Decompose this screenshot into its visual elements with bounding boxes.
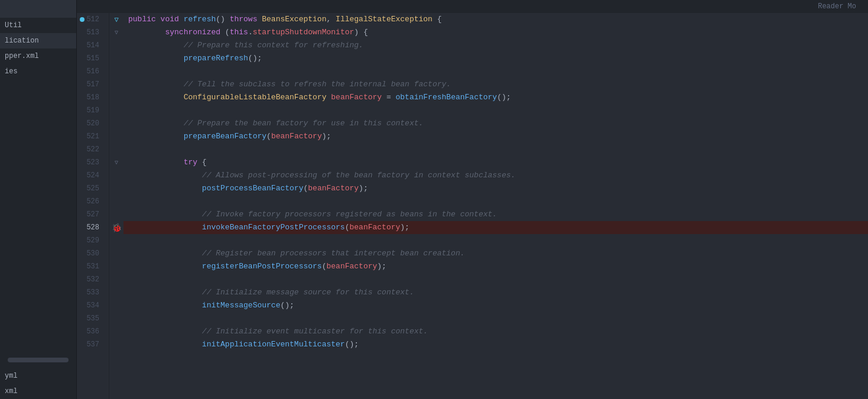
line-number-531: 531 <box>77 260 104 273</box>
gutter-row-536 <box>109 325 123 338</box>
line-number-532: 532 <box>77 273 104 286</box>
gutter-row-525 <box>109 182 123 195</box>
code-line-523: try { <box>123 156 868 169</box>
code-line-532 <box>123 273 868 286</box>
gutter-row-535 <box>109 312 123 325</box>
code-line-535 <box>123 312 868 325</box>
sidebar-item-yml[interactable]: yml <box>0 368 76 384</box>
code-line-515: prepareRefresh(); <box>123 52 868 65</box>
code-line-525: postProcessBeanFactory(beanFactory); <box>123 182 868 195</box>
gutter-row-534 <box>109 299 123 312</box>
line-number-520: 520 <box>77 117 104 130</box>
line-number-535: 535 <box>77 312 104 325</box>
line-number-533: 533 <box>77 286 104 299</box>
line-number-512: 512 <box>77 13 104 26</box>
line-number-528: 528 <box>77 221 104 234</box>
code-line-516 <box>123 65 868 78</box>
code-line-520: // Prepare the bean factory for use in t… <box>123 117 868 130</box>
gutter-row-522 <box>109 143 123 156</box>
line-number-513: 513 <box>77 26 104 39</box>
gutter-row-523: ▽ <box>109 156 123 169</box>
code-line-518: ConfigurableListableBeanFactory beanFact… <box>123 91 868 104</box>
code-line-522 <box>123 143 868 156</box>
debug-dot-512 <box>80 17 84 22</box>
gutter-row-514 <box>109 39 123 52</box>
line-number-534: 534 <box>77 299 104 312</box>
debug-arrow-icon: ▽ <box>114 15 118 24</box>
code-line-521: prepareBeanFactory(beanFactory); <box>123 130 868 143</box>
code-line-529 <box>123 234 868 247</box>
gutter-row-515 <box>109 52 123 65</box>
gutter-row-537 <box>109 338 123 351</box>
code-line-537: initApplicationEventMulticaster(); <box>123 338 868 351</box>
gutter-row-532 <box>109 273 123 286</box>
code-container: 5125135145155165175185195205215225235245… <box>77 13 868 399</box>
code-line-533: // Initialize message source for this co… <box>123 286 868 299</box>
code-line-528: invokeBeanFactoryPostProcessors(beanFact… <box>123 221 868 234</box>
gutter-row-528: 🐞 <box>109 221 123 234</box>
gutter-row-517 <box>109 78 123 91</box>
line-number-527: 527 <box>77 208 104 221</box>
gutter-row-529 <box>109 234 123 247</box>
code-line-527: // Invoke factory processors registered … <box>123 208 868 221</box>
line-number-515: 515 <box>77 52 104 65</box>
gutter-row-530 <box>109 247 123 260</box>
line-number-518: 518 <box>77 91 104 104</box>
line-number-521: 521 <box>77 130 104 143</box>
code-line-534: initMessageSource(); <box>123 299 868 312</box>
code-line-517: // Tell the subclass to refresh the inte… <box>123 78 868 91</box>
gutter-row-519 <box>109 104 123 117</box>
sidebar-item-wrapper-xml[interactable]: pper.xml <box>0 48 76 64</box>
gutter-row-527 <box>109 208 123 221</box>
line-number-536: 536 <box>77 325 104 338</box>
line-number-514: 514 <box>77 39 104 52</box>
line-number-537: 537 <box>77 338 104 351</box>
code-line-524: // Allows post-processing of the bean fa… <box>123 169 868 182</box>
gutter-row-513: ▽ <box>109 26 123 39</box>
code-lines[interactable]: public void refresh() throws BeansExcept… <box>123 13 868 399</box>
line-number-516: 516 <box>77 65 104 78</box>
sidebar-scrollbar[interactable] <box>8 358 69 362</box>
code-line-531: registerBeanPostProcessors(beanFactory); <box>123 260 868 273</box>
line-number-524: 524 <box>77 169 104 182</box>
gutter: ▽▽▽🐞 <box>109 13 123 399</box>
line-number-522: 522 <box>77 143 104 156</box>
line-number-529: 529 <box>77 234 104 247</box>
line-number-517: 517 <box>77 78 104 91</box>
fold-arrow-icon[interactable]: ▽ <box>115 29 118 36</box>
breakpoint-icon[interactable]: 🐞 <box>112 223 122 233</box>
code-line-526 <box>123 195 868 208</box>
line-number-523: 523 <box>77 156 104 169</box>
gutter-row-524 <box>109 169 123 182</box>
code-line-514: // Prepare this context for refreshing. <box>123 39 868 52</box>
line-number-519: 519 <box>77 104 104 117</box>
code-line-512: public void refresh() throws BeansExcept… <box>123 13 868 26</box>
gutter-row-518 <box>109 91 123 104</box>
sidebar-item-application[interactable]: lication <box>0 33 76 48</box>
gutter-row-531 <box>109 260 123 273</box>
code-line-530: // Register bean processors that interce… <box>123 247 868 260</box>
top-bar: Reader Mo <box>77 0 868 13</box>
code-line-519 <box>123 104 868 117</box>
fold-arrow-icon[interactable]: ▽ <box>115 159 118 166</box>
reader-mode-label: Reader Mo <box>818 2 856 11</box>
sidebar: Util lication pper.xml ies yml xml <box>0 0 77 399</box>
line-number-526: 526 <box>77 195 104 208</box>
gutter-row-516 <box>109 65 123 78</box>
gutter-row-512: ▽ <box>109 13 123 26</box>
gutter-row-533 <box>109 286 123 299</box>
sidebar-item-xml[interactable]: xml <box>0 384 76 399</box>
gutter-row-520 <box>109 117 123 130</box>
editor-area: Reader Mo 512513514515516517518519520521… <box>77 0 868 399</box>
code-line-513: synchronized (this.startupShutdownMonito… <box>123 26 868 39</box>
sidebar-item-properties[interactable]: ies <box>0 64 76 79</box>
line-number-530: 530 <box>77 247 104 260</box>
code-line-536: // Initialize event multicaster for this… <box>123 325 868 338</box>
line-numbers: 5125135145155165175185195205215225235245… <box>77 13 109 399</box>
gutter-row-526 <box>109 195 123 208</box>
sidebar-item-util[interactable]: Util <box>0 18 76 33</box>
gutter-row-521 <box>109 130 123 143</box>
sidebar-top <box>0 0 76 18</box>
line-number-525: 525 <box>77 182 104 195</box>
